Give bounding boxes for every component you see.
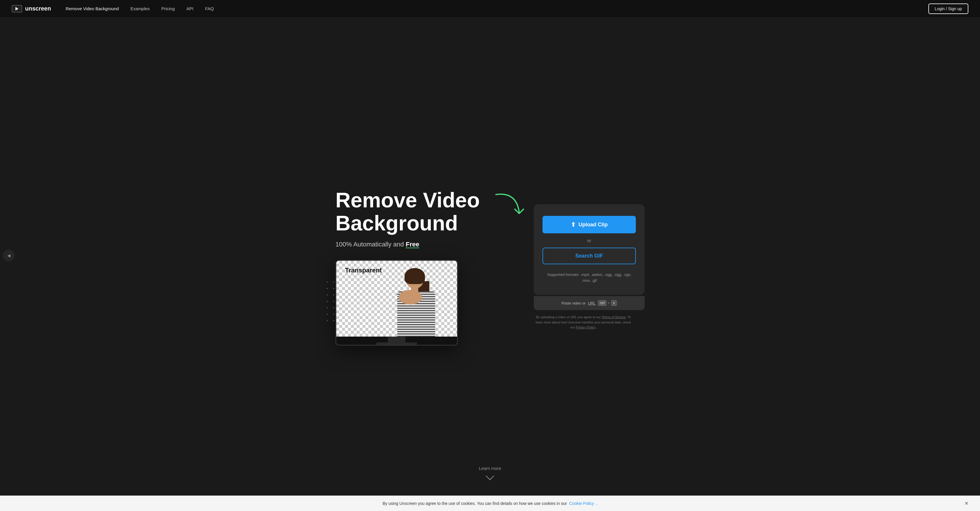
learn-more: Learn more [470,457,510,488]
hero-section: Remove Video Background 100% Automatical… [0,0,980,511]
nav-links: Remove Video Background Examples Pricing… [65,6,928,11]
nav-link-examples[interactable]: Examples [130,6,150,11]
monitor-label: Transparent [345,267,382,274]
navbar: unscreen Remove Video Background Example… [0,0,980,18]
paste-text: Paste video or [562,301,585,306]
logo[interactable]: unscreen [12,5,51,13]
terms-text-1: By uploading a video or URL you agree to… [536,315,602,319]
upload-icon: ⬆ [571,221,576,228]
hero-left: Remove Video Background 100% Automatical… [336,189,511,345]
person-shoulder [399,290,422,304]
paste-url-link[interactable]: URL [588,301,596,306]
keyboard-shortcut: ctrl + v [598,300,617,306]
hero-content: Remove Video Background 100% Automatical… [286,177,694,357]
cookie-text-end: . [596,501,597,506]
monitor-base [388,337,406,342]
chevron-down-icon [486,472,494,480]
login-button[interactable]: Login / Sign up [928,3,968,14]
hero-right: ⬆ Upload Clip or Search GIF Supported fo… [534,204,644,330]
upload-panel: ⬆ Upload Clip or Search GIF Supported fo… [534,204,644,295]
nav-link-faq[interactable]: FAQ [205,6,214,11]
hero-subtitle: 100% Automatically and Free [336,240,511,248]
monitor-stand [376,342,417,345]
learn-more-label: Learn more [479,466,501,471]
nav-link-pricing[interactable]: Pricing [161,6,175,11]
nav-link-api[interactable]: API [186,6,193,11]
cookie-text: By using Unscreen you agree to the use o… [383,501,567,506]
or-text: or [587,238,591,243]
arrow-icon [493,192,528,221]
nav-link-remove-bg[interactable]: Remove Video Background [65,6,119,11]
kbd-ctrl: ctrl [598,300,607,306]
kbd-v: v [611,300,617,306]
tos-link[interactable]: Terms of Service [602,315,625,319]
subtitle-prefix: 100% Automatically and [336,240,406,248]
logo-text: unscreen [25,5,51,12]
upload-btn-label: Upload Clip [579,222,608,228]
terms-text: By uploading a video or URL you agree to… [534,315,633,330]
person-hair [404,268,425,284]
page-title: Remove Video Background [336,189,511,235]
subtitle-free: Free [406,240,419,248]
monitor-container: Transparent [336,260,511,345]
cookie-close-button[interactable]: × [964,500,968,507]
formats-text: Supported formats: .mp4, .webm, .ogg, .o… [542,272,636,283]
search-gif-button[interactable]: Search GIF [542,248,636,264]
paste-bar: Paste video or URL ctrl + v [534,296,644,310]
cookie-policy-link[interactable]: Cookie Policy [570,501,594,506]
terms-text-3: . [596,325,597,329]
monitor: Transparent [336,260,458,345]
privacy-link[interactable]: Privacy Policy [576,325,596,329]
cookie-banner: By using Unscreen you agree to the use o… [0,495,980,511]
scroll-left-hint [3,250,14,261]
kbd-plus: + [608,301,610,305]
person-figure [393,267,439,337]
monitor-screen: Transparent [336,261,457,337]
logo-icon [12,5,22,13]
upload-clip-button[interactable]: ⬆ Upload Clip [542,216,636,233]
